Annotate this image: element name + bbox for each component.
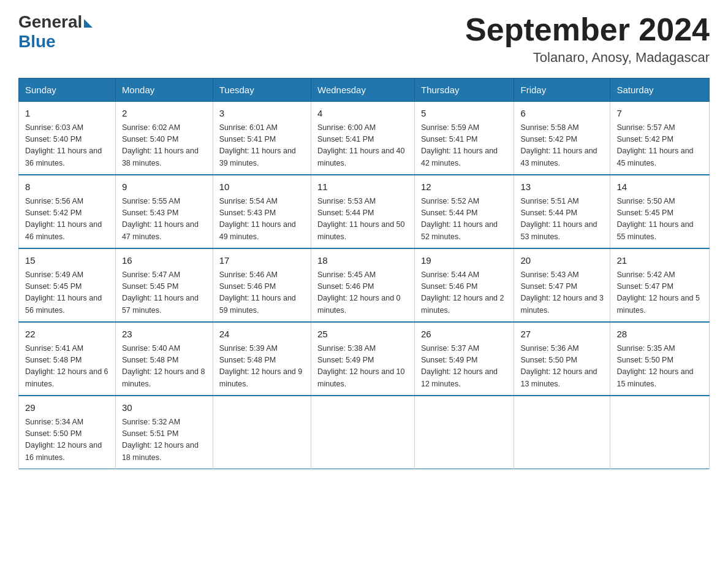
calendar-cell: 15Sunrise: 5:49 AMSunset: 5:45 PMDayligh… <box>19 248 116 322</box>
day-info: Sunrise: 5:41 AMSunset: 5:48 PMDaylight:… <box>25 343 109 391</box>
calendar-cell: 8Sunrise: 5:56 AMSunset: 5:42 PMDaylight… <box>19 175 116 248</box>
calendar-cell <box>514 396 610 469</box>
day-number: 1 <box>25 107 109 121</box>
day-number: 29 <box>25 401 109 415</box>
day-info: Sunrise: 5:46 AMSunset: 5:46 PMDaylight:… <box>219 269 305 317</box>
day-info: Sunrise: 5:56 AMSunset: 5:42 PMDaylight:… <box>25 196 109 243</box>
day-info: Sunrise: 5:35 AMSunset: 5:50 PMDaylight:… <box>616 343 703 391</box>
calendar-cell: 17Sunrise: 5:46 AMSunset: 5:46 PMDayligh… <box>213 248 311 322</box>
calendar-cell: 22Sunrise: 5:41 AMSunset: 5:48 PMDayligh… <box>19 322 116 396</box>
day-info: Sunrise: 5:55 AMSunset: 5:43 PMDaylight:… <box>122 196 207 243</box>
header-tuesday: Tuesday <box>213 79 311 102</box>
logo-general: General <box>18 12 93 32</box>
day-number: 13 <box>520 180 604 194</box>
calendar-cell: 5Sunrise: 5:59 AMSunset: 5:41 PMDaylight… <box>414 102 514 175</box>
day-info: Sunrise: 5:57 AMSunset: 5:42 PMDaylight:… <box>616 122 703 170</box>
logo-arrow-icon <box>84 19 93 28</box>
day-number: 24 <box>219 327 305 342</box>
title-block: September 2024 Tolanaro, Anosy, Madagasc… <box>465 12 710 66</box>
day-number: 23 <box>122 327 207 342</box>
day-number: 4 <box>317 107 408 121</box>
day-info: Sunrise: 6:00 AMSunset: 5:41 PMDaylight:… <box>317 122 408 170</box>
calendar-cell: 28Sunrise: 5:35 AMSunset: 5:50 PMDayligh… <box>610 322 710 396</box>
calendar-table: SundayMondayTuesdayWednesdayThursdayFrid… <box>18 78 710 469</box>
day-info: Sunrise: 6:03 AMSunset: 5:40 PMDaylight:… <box>25 122 109 170</box>
calendar-cell: 11Sunrise: 5:53 AMSunset: 5:44 PMDayligh… <box>311 175 415 248</box>
day-info: Sunrise: 5:58 AMSunset: 5:42 PMDaylight:… <box>520 122 604 170</box>
calendar-cell: 14Sunrise: 5:50 AMSunset: 5:45 PMDayligh… <box>610 175 710 248</box>
header-thursday: Thursday <box>414 79 514 102</box>
logo-text-blue: Blue <box>18 32 56 52</box>
day-info: Sunrise: 5:32 AMSunset: 5:51 PMDaylight:… <box>122 416 207 464</box>
calendar-cell: 30Sunrise: 5:32 AMSunset: 5:51 PMDayligh… <box>115 396 213 469</box>
day-info: Sunrise: 5:42 AMSunset: 5:47 PMDaylight:… <box>616 269 703 317</box>
calendar-week-row: 1Sunrise: 6:03 AMSunset: 5:40 PMDaylight… <box>19 102 710 175</box>
calendar-cell: 9Sunrise: 5:55 AMSunset: 5:43 PMDaylight… <box>115 175 213 248</box>
day-info: Sunrise: 5:54 AMSunset: 5:43 PMDaylight:… <box>219 196 305 243</box>
day-info: Sunrise: 5:39 AMSunset: 5:48 PMDaylight:… <box>219 343 305 391</box>
day-info: Sunrise: 5:34 AMSunset: 5:50 PMDaylight:… <box>25 416 109 464</box>
calendar-cell: 2Sunrise: 6:02 AMSunset: 5:40 PMDaylight… <box>115 102 213 175</box>
header-saturday: Saturday <box>610 79 710 102</box>
day-info: Sunrise: 5:59 AMSunset: 5:41 PMDaylight:… <box>421 122 507 170</box>
day-info: Sunrise: 5:49 AMSunset: 5:45 PMDaylight:… <box>25 269 109 317</box>
calendar-header-row: SundayMondayTuesdayWednesdayThursdayFrid… <box>19 79 710 102</box>
calendar-cell: 18Sunrise: 5:45 AMSunset: 5:46 PMDayligh… <box>311 248 415 322</box>
logo: General Blue <box>18 12 93 52</box>
calendar-cell: 10Sunrise: 5:54 AMSunset: 5:43 PMDayligh… <box>213 175 311 248</box>
day-number: 6 <box>520 107 604 121</box>
day-number: 19 <box>421 254 507 268</box>
calendar-cell: 25Sunrise: 5:38 AMSunset: 5:49 PMDayligh… <box>311 322 415 396</box>
day-info: Sunrise: 5:53 AMSunset: 5:44 PMDaylight:… <box>317 196 408 243</box>
day-number: 30 <box>122 401 207 415</box>
day-info: Sunrise: 5:43 AMSunset: 5:47 PMDaylight:… <box>520 269 604 317</box>
day-number: 27 <box>520 327 604 342</box>
calendar-cell <box>311 396 415 469</box>
day-number: 17 <box>219 254 305 268</box>
calendar-week-row: 15Sunrise: 5:49 AMSunset: 5:45 PMDayligh… <box>19 248 710 322</box>
calendar-cell <box>414 396 514 469</box>
day-number: 14 <box>616 180 703 194</box>
day-number: 21 <box>616 254 703 268</box>
day-number: 16 <box>122 254 207 268</box>
page-title: September 2024 <box>465 12 710 47</box>
header-wednesday: Wednesday <box>311 79 415 102</box>
day-info: Sunrise: 5:47 AMSunset: 5:45 PMDaylight:… <box>122 269 207 317</box>
day-number: 22 <box>25 327 109 342</box>
calendar-week-row: 22Sunrise: 5:41 AMSunset: 5:48 PMDayligh… <box>19 322 710 396</box>
calendar-cell: 1Sunrise: 6:03 AMSunset: 5:40 PMDaylight… <box>19 102 116 175</box>
page-header: General Blue September 2024 Tolanaro, An… <box>18 12 710 66</box>
day-number: 5 <box>421 107 507 121</box>
day-info: Sunrise: 5:38 AMSunset: 5:49 PMDaylight:… <box>317 343 408 391</box>
day-number: 11 <box>317 180 408 194</box>
calendar-cell: 16Sunrise: 5:47 AMSunset: 5:45 PMDayligh… <box>115 248 213 322</box>
calendar-week-row: 29Sunrise: 5:34 AMSunset: 5:50 PMDayligh… <box>19 396 710 469</box>
calendar-cell: 4Sunrise: 6:00 AMSunset: 5:41 PMDaylight… <box>311 102 415 175</box>
day-number: 7 <box>616 107 703 121</box>
day-info: Sunrise: 5:36 AMSunset: 5:50 PMDaylight:… <box>520 343 604 391</box>
day-number: 18 <box>317 254 408 268</box>
calendar-cell: 24Sunrise: 5:39 AMSunset: 5:48 PMDayligh… <box>213 322 311 396</box>
calendar-cell: 26Sunrise: 5:37 AMSunset: 5:49 PMDayligh… <box>414 322 514 396</box>
header-friday: Friday <box>514 79 610 102</box>
day-info: Sunrise: 5:51 AMSunset: 5:44 PMDaylight:… <box>520 196 604 243</box>
day-number: 26 <box>421 327 507 342</box>
day-number: 25 <box>317 327 408 342</box>
day-number: 12 <box>421 180 507 194</box>
day-number: 9 <box>122 180 207 194</box>
calendar-cell: 29Sunrise: 5:34 AMSunset: 5:50 PMDayligh… <box>19 396 116 469</box>
day-info: Sunrise: 5:45 AMSunset: 5:46 PMDaylight:… <box>317 269 408 317</box>
page-subtitle: Tolanaro, Anosy, Madagascar <box>465 50 710 66</box>
day-number: 2 <box>122 107 207 121</box>
calendar-cell: 7Sunrise: 5:57 AMSunset: 5:42 PMDaylight… <box>610 102 710 175</box>
day-number: 28 <box>616 327 703 342</box>
day-info: Sunrise: 5:50 AMSunset: 5:45 PMDaylight:… <box>616 196 703 243</box>
calendar-cell: 27Sunrise: 5:36 AMSunset: 5:50 PMDayligh… <box>514 322 610 396</box>
calendar-cell: 13Sunrise: 5:51 AMSunset: 5:44 PMDayligh… <box>514 175 610 248</box>
day-info: Sunrise: 5:44 AMSunset: 5:46 PMDaylight:… <box>421 269 507 317</box>
day-number: 20 <box>520 254 604 268</box>
calendar-cell: 20Sunrise: 5:43 AMSunset: 5:47 PMDayligh… <box>514 248 610 322</box>
calendar-cell: 19Sunrise: 5:44 AMSunset: 5:46 PMDayligh… <box>414 248 514 322</box>
calendar-cell: 6Sunrise: 5:58 AMSunset: 5:42 PMDaylight… <box>514 102 610 175</box>
day-info: Sunrise: 5:37 AMSunset: 5:49 PMDaylight:… <box>421 343 507 391</box>
